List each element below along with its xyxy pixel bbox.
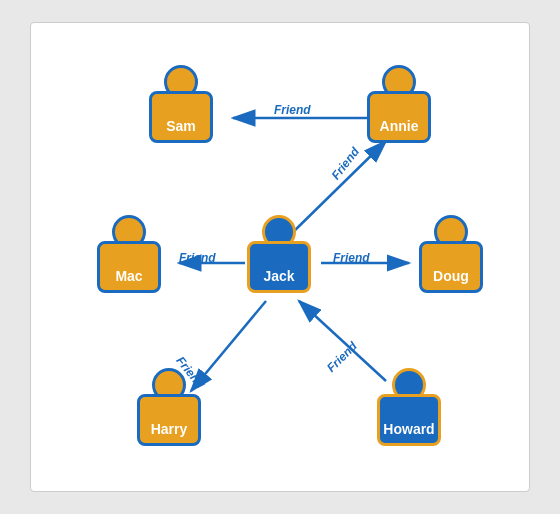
label-annie-sam: Friend — [274, 103, 311, 117]
icon-jack: Jack — [243, 215, 315, 293]
body-harry: Harry — [137, 394, 201, 446]
label-howard: Howard — [380, 421, 438, 437]
label-jack-annie: Friend — [328, 145, 362, 183]
diagram-container: Friend Friend Friend Friend Friend Frien… — [30, 22, 530, 492]
body-doug: Doug — [419, 241, 483, 293]
label-jack-doug: Friend — [333, 251, 370, 265]
icon-sam: Sam — [145, 65, 217, 143]
node-doug: Doug — [411, 215, 491, 293]
label-jack: Jack — [250, 268, 308, 284]
node-jack: Jack — [239, 215, 319, 293]
body-sam: Sam — [149, 91, 213, 143]
node-harry: Harry — [129, 368, 209, 446]
icon-harry: Harry — [133, 368, 205, 446]
body-howard: Howard — [377, 394, 441, 446]
node-mac: Mac — [89, 215, 169, 293]
icon-howard: Howard — [373, 368, 445, 446]
icon-doug: Doug — [415, 215, 487, 293]
body-jack: Jack — [247, 241, 311, 293]
label-annie: Annie — [370, 118, 428, 134]
icon-annie: Annie — [363, 65, 435, 143]
node-annie: Annie — [359, 65, 439, 143]
node-howard: Howard — [369, 368, 449, 446]
label-mac: Mac — [100, 268, 158, 284]
label-harry: Harry — [140, 421, 198, 437]
body-annie: Annie — [367, 91, 431, 143]
label-doug: Doug — [422, 268, 480, 284]
node-sam: Sam — [141, 65, 221, 143]
label-howard-jack: Friend — [324, 339, 360, 375]
icon-mac: Mac — [93, 215, 165, 293]
label-jack-mac: Friend — [179, 251, 216, 265]
body-mac: Mac — [97, 241, 161, 293]
label-sam: Sam — [152, 118, 210, 134]
